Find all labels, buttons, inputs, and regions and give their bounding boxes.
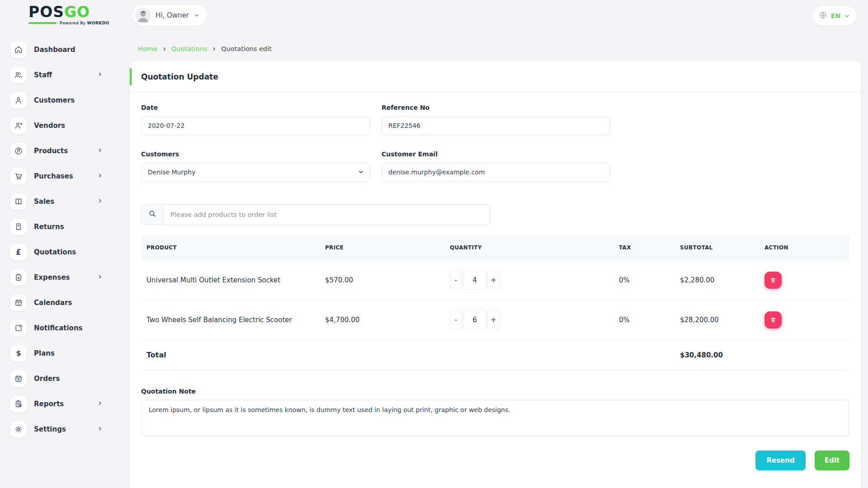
- delete-row-button[interactable]: [764, 272, 782, 289]
- chevron-right-icon: [97, 172, 103, 180]
- items-table: PRODUCTPRICEQUANTITYTAXSUBTOTALACTION Un…: [141, 235, 849, 371]
- quantity-decrease-button[interactable]: -: [450, 310, 462, 329]
- total-label: Total: [141, 351, 320, 359]
- cart-icon: [10, 168, 27, 184]
- powered-brand: WORKDO: [87, 21, 109, 25]
- trash-icon: [769, 277, 777, 284]
- edit-button[interactable]: Edit: [815, 450, 849, 470]
- user-plus-icon: [10, 117, 27, 134]
- chevron-right-icon: [97, 147, 103, 155]
- sidebar-item-sales[interactable]: Sales: [0, 189, 122, 214]
- date-label: Date: [141, 104, 370, 111]
- date-input[interactable]: [141, 116, 370, 135]
- logo-underline: [28, 22, 57, 24]
- brand-logo[interactable]: POSGO Powered By WORKDO: [28, 5, 109, 25]
- reference-label: Reference No: [382, 104, 610, 111]
- p-circle-icon: [10, 143, 27, 159]
- quotation-form: Date Reference No Customers Denise Murph…: [141, 104, 849, 197]
- chevron-right-icon: [97, 400, 103, 408]
- brand-pos: POS: [28, 3, 64, 21]
- chevron-right-icon: [97, 197, 103, 206]
- quantity-cell: -6+: [444, 310, 613, 329]
- breadcrumb: HomeQuotationsQuotations edit: [122, 32, 868, 52]
- product-search-input[interactable]: [163, 204, 490, 225]
- sidebar-item-quotations[interactable]: £Quotations: [0, 239, 122, 265]
- calendar-icon: 1: [10, 295, 27, 311]
- sidebar-item-label: Sales: [34, 197, 54, 206]
- product-subtotal: $28,200.00: [675, 316, 759, 324]
- globe-icon: [819, 11, 827, 21]
- sidebar-item-orders[interactable]: Orders: [0, 366, 122, 391]
- breadcrumb-separator-icon: [212, 47, 217, 52]
- customers-select[interactable]: Denise Murphy: [141, 163, 370, 182]
- breadcrumb-item-home[interactable]: Home: [138, 45, 157, 52]
- brand-name: POSGO: [28, 5, 109, 20]
- quantity-increase-button[interactable]: +: [487, 270, 500, 290]
- sidebar-item-notifications[interactable]: Notifications: [0, 315, 122, 341]
- quantity-decrease-button[interactable]: -: [450, 270, 462, 290]
- sidebar-item-label: Vendors: [34, 122, 65, 130]
- breadcrumb-item-quotations-edit: Quotations edit: [221, 45, 272, 52]
- quotation-note-textarea[interactable]: Lorem ipsum, or lipsum as it is sometime…: [141, 400, 849, 436]
- sidebar-item-returns[interactable]: Returns: [0, 214, 122, 239]
- sidebar-item-plans[interactable]: $Plans: [0, 341, 122, 366]
- pound-icon: £: [10, 244, 27, 260]
- product-subtotal: $2,280.00: [675, 276, 759, 284]
- sidebar-item-label: Settings: [34, 425, 66, 433]
- delete-row-button[interactable]: [764, 311, 782, 328]
- customer-email-label: Customer Email: [382, 150, 610, 158]
- dollar-icon: $: [10, 345, 27, 361]
- quantity-increase-button[interactable]: +: [487, 310, 500, 329]
- customer-email-input[interactable]: [382, 163, 610, 182]
- book-icon: [10, 193, 27, 210]
- sidebar-item-label: Returns: [34, 223, 64, 231]
- sidebar-item-label: Purchases: [34, 172, 73, 180]
- sidebar-item-customers[interactable]: Customers: [0, 88, 122, 113]
- chevron-right-icon: [97, 71, 103, 79]
- svg-text:1: 1: [18, 302, 19, 305]
- sidebar-item-label: Reports: [34, 400, 64, 408]
- sidebar-item-dashboard[interactable]: Dashboard: [0, 37, 122, 62]
- table-row: Two Wheels Self Balancing Electric Scoot…: [141, 300, 849, 340]
- product-name: Universal Multi Outlet Extension Socket: [141, 276, 320, 284]
- sidebar-item-label: Quotations: [34, 248, 76, 256]
- table-row: Universal Multi Outlet Extension Socket$…: [141, 260, 849, 300]
- receipt-icon: [10, 219, 27, 235]
- brand-tagline: Powered By WORKDO: [60, 21, 109, 25]
- sidebar-item-expenses[interactable]: $Expenses: [0, 265, 122, 290]
- product-tax: 0%: [613, 276, 675, 284]
- search-icon: [148, 210, 156, 220]
- resend-button[interactable]: Resend: [755, 450, 805, 470]
- card-header: Quotation Update: [130, 61, 861, 92]
- sidebar-item-settings[interactable]: Settings: [0, 417, 122, 442]
- total-value: $30,480.00: [675, 351, 759, 359]
- quantity-value[interactable]: 4: [463, 270, 486, 290]
- sidebar-item-purchases[interactable]: Purchases: [0, 164, 122, 189]
- report-clock-icon: [10, 396, 27, 412]
- breadcrumb-item-quotations[interactable]: Quotations: [171, 45, 207, 52]
- quantity-stepper: -6+: [450, 310, 613, 329]
- sidebar-item-products[interactable]: Products: [0, 138, 122, 164]
- reference-input[interactable]: [382, 116, 610, 135]
- sidebar-item-vendors[interactable]: Vendors: [0, 113, 122, 138]
- table-total-row: Total $30,480.00: [141, 340, 849, 371]
- column-header-product: PRODUCT: [141, 244, 320, 251]
- sidebar-item-reports[interactable]: Reports: [0, 391, 122, 417]
- user-menu[interactable]: Hi, Owner: [132, 5, 207, 26]
- chevron-down-icon: [193, 12, 200, 19]
- search-button[interactable]: [141, 204, 163, 225]
- column-header-subtotal: SUBTOTAL: [675, 244, 759, 251]
- chevron-right-icon: [97, 273, 103, 282]
- quantity-stepper: -4+: [450, 270, 613, 290]
- quantity-value[interactable]: 6: [463, 310, 486, 329]
- sidebar-item-staff[interactable]: Staff: [0, 62, 122, 88]
- avatar: [135, 8, 151, 23]
- sidebar-item-calendars[interactable]: 1Calendars: [0, 290, 122, 315]
- sidebar-item-label: Expenses: [34, 273, 70, 282]
- product-price: $570.00: [320, 276, 444, 284]
- language-selector[interactable]: EN: [812, 6, 856, 25]
- language-code: EN: [831, 12, 840, 19]
- user-icon: [10, 92, 27, 108]
- greeting-text: Hi, Owner: [156, 11, 189, 19]
- clipboard-dollar-icon: $: [10, 269, 27, 286]
